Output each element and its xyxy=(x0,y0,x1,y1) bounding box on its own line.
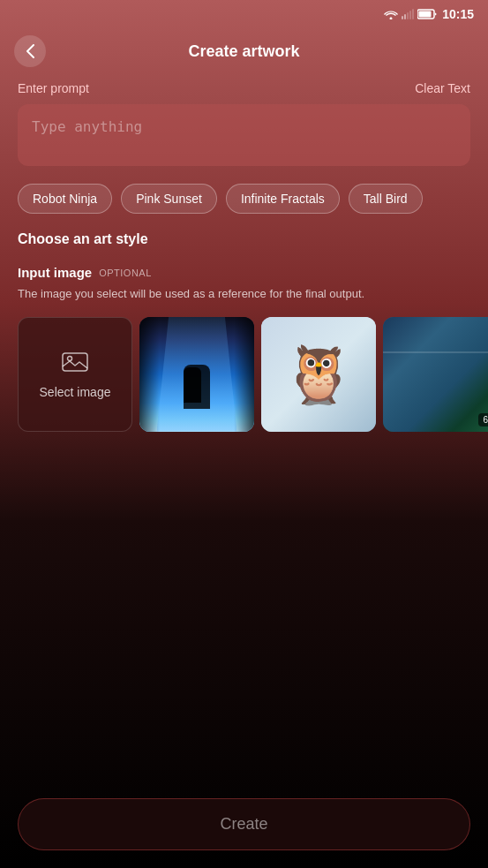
wifi-icon xyxy=(384,9,398,19)
gallery-image-escalator[interactable] xyxy=(139,317,254,432)
status-icons xyxy=(384,9,437,19)
prompt-row: Enter prompt Clear Text xyxy=(0,81,488,95)
time-display: 10:15 xyxy=(442,7,474,21)
svg-rect-2 xyxy=(407,12,409,19)
optional-badge: OPTIONAL xyxy=(99,268,152,278)
gallery-image-lake[interactable]: 6 xyxy=(383,317,488,432)
lake-image-visual xyxy=(383,317,488,432)
select-image-label: Select image xyxy=(40,385,111,399)
svg-point-8 xyxy=(68,356,72,360)
back-button[interactable] xyxy=(14,35,46,67)
chip-tall-bird[interactable]: Tall Bird xyxy=(349,184,423,214)
clear-text-button[interactable]: Clear Text xyxy=(415,81,470,95)
chip-pink-sunset[interactable]: Pink Sunset xyxy=(121,184,217,214)
svg-rect-0 xyxy=(402,16,403,19)
svg-rect-7 xyxy=(63,353,87,371)
input-image-title: Input image xyxy=(18,265,92,280)
header: Create artwork xyxy=(0,28,488,81)
chip-infinite-fractals[interactable]: Infinite Fractals xyxy=(226,184,340,214)
prompt-label: Enter prompt xyxy=(18,81,89,95)
input-image-header: Input image OPTIONAL xyxy=(0,265,488,280)
image-gallery: Select image 🦉 6 xyxy=(0,317,488,432)
battery-icon xyxy=(417,9,437,19)
create-button[interactable]: Create xyxy=(18,798,470,850)
input-image-description: The image you select will be used as a r… xyxy=(0,285,488,303)
add-image-icon xyxy=(62,350,88,378)
chips-container: Robot Ninja Pink Sunset Infinite Fractal… xyxy=(0,184,488,214)
art-style-label: Choose an art style xyxy=(0,231,488,247)
svg-rect-4 xyxy=(412,9,414,19)
create-button-container: Create xyxy=(18,798,470,850)
page-title: Create artwork xyxy=(46,42,442,61)
svg-rect-1 xyxy=(404,14,406,19)
svg-rect-6 xyxy=(419,11,432,18)
gallery-image-owl[interactable]: 🦉 xyxy=(261,317,376,432)
chip-robot-ninja[interactable]: Robot Ninja xyxy=(18,184,112,214)
back-chevron-icon xyxy=(26,44,34,58)
prompt-input[interactable] xyxy=(18,104,470,166)
owl-image-visual: 🦉 xyxy=(261,317,376,432)
select-image-card[interactable]: Select image xyxy=(18,317,132,432)
escalator-image-visual xyxy=(139,317,254,432)
svg-rect-3 xyxy=(409,11,411,19)
signal-icon xyxy=(402,9,414,19)
image-count-badge: 6 xyxy=(478,413,488,426)
status-bar: 10:15 xyxy=(0,0,488,28)
